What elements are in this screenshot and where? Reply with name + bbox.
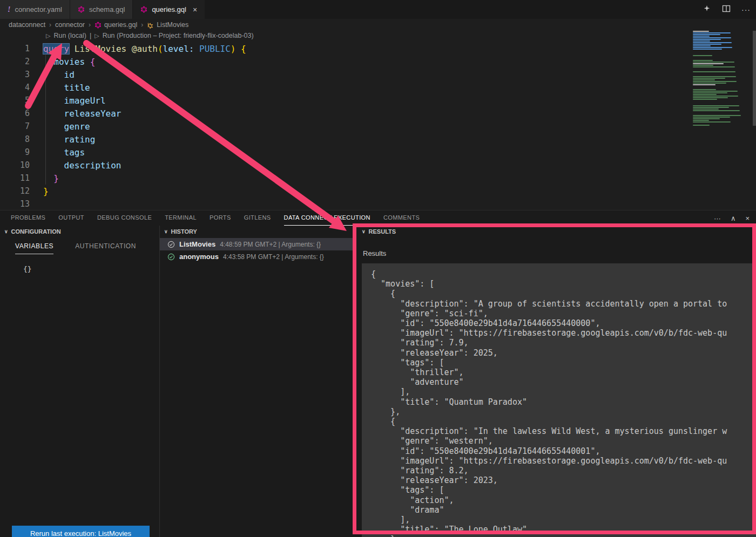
- minimap-line: [693, 70, 751, 71]
- json-line: "title": "The Lone Outlaw": [371, 525, 756, 534]
- json-line: "tags": [: [371, 485, 756, 495]
- configuration-header[interactable]: ∨ CONFIGURATION: [0, 226, 159, 237]
- minimap-line: [693, 107, 729, 108]
- json-line: "imageUrl": "https://firebasestorage.goo…: [371, 456, 756, 466]
- json-line: "drama": [371, 505, 756, 515]
- line-number: 7: [0, 121, 30, 131]
- yaml-warning-icon: !: [8, 5, 10, 14]
- code-text: imageUrl: [43, 96, 106, 106]
- codelens: ▷ Run (local) | ▷ Run (Production – Proj…: [46, 32, 254, 39]
- close-panel-icon[interactable]: ×: [745, 214, 750, 222]
- panel-tab-debug-console[interactable]: DEBUG CONSOLE: [97, 210, 152, 226]
- minimap-line: [693, 96, 738, 97]
- minimap-line: [693, 49, 722, 50]
- results-header[interactable]: ∨ RESULTS: [354, 226, 756, 237]
- code-line-11[interactable]: 11 }: [0, 172, 691, 185]
- graphql-icon: [78, 6, 85, 13]
- minimap-line: [693, 86, 751, 87]
- json-line: "releaseYear": 2023,: [371, 475, 756, 485]
- panel-tab-output[interactable]: OUTPUT: [58, 210, 84, 226]
- config-tab-variables[interactable]: VARIABLES: [15, 242, 53, 254]
- editor-tab-schema-gql[interactable]: schema.gql: [70, 0, 132, 19]
- code-line-4[interactable]: 4 title: [0, 81, 691, 94]
- minimap-line: [693, 118, 720, 119]
- minimap-line: [693, 47, 732, 48]
- minimap-line: [693, 42, 732, 43]
- minimap-line: [693, 108, 719, 110]
- breadcrumb: dataconnect›connector›queries.gql›ListMo…: [9, 19, 188, 31]
- json-line: {: [371, 289, 756, 298]
- code-line-13[interactable]: 13: [0, 198, 691, 210]
- minimap-line: [693, 39, 721, 40]
- json-line: "genre": "western",: [371, 436, 756, 446]
- history-row-anonymous[interactable]: anonymous4:43:58 PM GMT+2 | Arguments: {…: [160, 250, 354, 263]
- minimap-line: [693, 57, 751, 58]
- code-line-2[interactable]: 2 movies {: [0, 55, 691, 68]
- chevron-down-icon: ∨: [4, 229, 8, 234]
- minimap-line: [693, 78, 725, 79]
- minimap-line: [693, 34, 720, 35]
- history-header[interactable]: ∨ HISTORY: [160, 226, 354, 237]
- code-line-6[interactable]: 6 releaseYear: [0, 107, 691, 120]
- json-line: "title": "Quantum Paradox": [371, 397, 756, 407]
- split-editor-icon[interactable]: [722, 4, 731, 15]
- code-editor[interactable]: 1query ListMovies @auth(level: PUBLIC) {…: [0, 42, 691, 210]
- panel-tab-gitlens[interactable]: GITLENS: [244, 210, 271, 226]
- minimap-line: [693, 36, 710, 37]
- run-production-link[interactable]: Run (Production – Project: friendly-flix…: [103, 32, 254, 39]
- breadcrumb-item-connector[interactable]: connector: [55, 21, 85, 29]
- minimap[interactable]: [693, 31, 751, 129]
- panel-tab-comments[interactable]: COMMENTS: [383, 210, 420, 226]
- json-line: "description": "A group of scientists ac…: [371, 299, 756, 309]
- minimap-line: [693, 83, 726, 84]
- code-line-1[interactable]: 1query ListMovies @auth(level: PUBLIC) {: [0, 42, 691, 55]
- minimap-line: [693, 74, 751, 76]
- panel-more-actions-icon[interactable]: ···: [714, 214, 721, 222]
- code-line-7[interactable]: 7 genre: [0, 120, 691, 133]
- panel-tab-terminal[interactable]: TERMINAL: [165, 210, 197, 226]
- json-line: "movies": [: [371, 279, 756, 289]
- minimap-line: [693, 112, 751, 113]
- rerun-button[interactable]: Rerun last execution: ListMovies: [12, 526, 150, 537]
- minimap-line: [693, 79, 715, 80]
- history-entry-meta: 4:43:58 PM GMT+2 | Arguments: {}: [223, 253, 324, 261]
- panel-tab-problems[interactable]: PROBLEMS: [11, 210, 45, 226]
- panel-tab-ports[interactable]: PORTS: [210, 210, 231, 226]
- editor-tab-bar: !connector.yamlschema.gqlqueries.gql×: [0, 0, 756, 19]
- history-row-ListMovies[interactable]: ListMovies4:48:59 PM GMT+2 | Arguments: …: [160, 238, 354, 250]
- breadcrumb-item-ListMovies[interactable]: ListMovies: [147, 21, 188, 29]
- history-title: HISTORY: [171, 228, 197, 235]
- breadcrumb-item-queries-gql[interactable]: queries.gql: [94, 21, 137, 29]
- minimap-line: [693, 63, 724, 64]
- minimap-line: [693, 32, 731, 33]
- run-local-link[interactable]: Run (local): [53, 32, 86, 39]
- more-actions-icon[interactable]: ···: [741, 5, 751, 14]
- code-line-3[interactable]: 3 id: [0, 68, 691, 81]
- results-json-viewer[interactable]: { "movies": [ { "description": "A group …: [362, 263, 756, 537]
- minimap-line: [693, 53, 751, 55]
- config-tab-authentication[interactable]: AUTHENTICATION: [75, 242, 136, 254]
- json-line: ],: [371, 515, 756, 525]
- code-line-12[interactable]: 12}: [0, 185, 691, 198]
- editor-scrollbar[interactable]: [753, 31, 756, 126]
- editor-tab-connector-yaml[interactable]: !connector.yaml: [0, 0, 70, 19]
- editor-tab-queries-gql[interactable]: queries.gql×: [133, 0, 205, 19]
- maximize-panel-icon[interactable]: ∧: [731, 214, 736, 222]
- code-line-5[interactable]: 5 imageUrl: [0, 94, 691, 107]
- json-line: "adventure": [371, 377, 756, 387]
- line-number: 9: [0, 147, 30, 157]
- editor-toolbar: ···: [703, 0, 751, 19]
- configuration-title: CONFIGURATION: [11, 228, 61, 235]
- sparkle-icon[interactable]: [703, 4, 711, 15]
- close-tab-icon[interactable]: ×: [193, 5, 197, 14]
- minimap-line: [693, 104, 751, 105]
- json-line: "rating": 7.9,: [371, 338, 756, 348]
- code-line-9[interactable]: 9 tags: [0, 146, 691, 159]
- code-line-10[interactable]: 10 description: [0, 159, 691, 172]
- code-line-8[interactable]: 8 rating: [0, 133, 691, 146]
- minimap-line: [693, 99, 717, 100]
- variables-value[interactable]: {}: [23, 265, 159, 273]
- panel-tab-data-connect-execution[interactable]: DATA CONNECT EXECUTION: [284, 210, 370, 226]
- breadcrumb-item-dataconnect[interactable]: dataconnect: [9, 21, 45, 29]
- minimap-line: [693, 71, 735, 72]
